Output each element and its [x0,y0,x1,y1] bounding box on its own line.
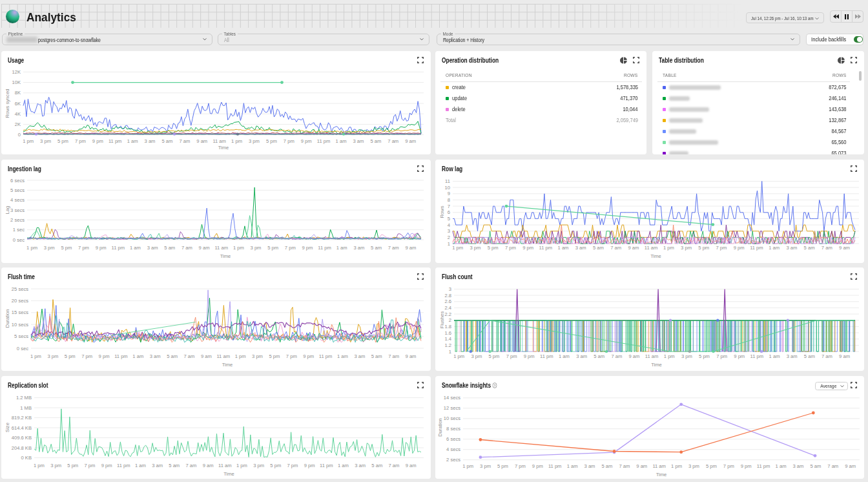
svg-text:5 am: 5 am [601,463,612,469]
svg-text:5 secs: 5 secs [10,187,25,193]
svg-text:409.6 KB: 409.6 KB [12,435,32,441]
svg-text:14 secs: 14 secs [444,395,460,401]
svg-text:8 secs: 8 secs [446,426,460,432]
svg-text:Time: Time [656,472,667,477]
svg-text:9 pm: 9 pm [99,353,110,359]
svg-text:1 am: 1 am [567,463,578,469]
svg-text:11 am: 11 am [645,245,658,251]
svg-text:5 am: 5 am [169,463,180,468]
svg-text:11 pm: 11 pm [319,353,333,359]
svg-text:3 am: 3 am [787,353,798,359]
svg-text:3 am: 3 am [576,353,587,359]
svg-text:7 am: 7 am [389,463,400,468]
svg-text:9 pm: 9 pm [734,245,745,251]
svg-text:7 pm: 7 pm [287,463,298,468]
svg-text:7 pm: 7 pm [723,463,734,469]
svg-text:7 pm: 7 pm [286,353,297,359]
svg-text:9 am: 9 am [839,353,850,359]
svg-text:3 pm: 3 pm [681,353,692,359]
svg-text:1 am: 1 am [336,138,347,144]
svg-text:Lag: Lag [5,206,10,215]
svg-text:3 pm: 3 pm [50,463,61,468]
svg-text:5 pm: 5 pm [267,245,278,251]
svg-text:7 am: 7 am [822,245,832,251]
svg-text:204.8 KB: 204.8 KB [12,445,32,450]
svg-text:9 pm: 9 pm [101,463,112,468]
svg-text:11 pm: 11 pm [750,245,763,251]
svg-text:9 am: 9 am [845,463,856,469]
svg-text:6 secs: 6 secs [446,436,460,442]
svg-text:Rows: Rows [439,205,445,218]
svg-text:3 am: 3 am [152,463,163,468]
svg-text:5 pm: 5 pm [67,463,78,468]
svg-text:3 am: 3 am [355,463,366,468]
svg-text:1 sec: 1 sec [13,227,25,233]
svg-text:9 am: 9 am [199,245,210,251]
svg-text:5 am: 5 am [161,138,172,144]
svg-text:9 pm: 9 pm [304,463,315,468]
svg-text:1 pm: 1 pm [235,353,246,359]
svg-text:9 pm: 9 pm [303,353,314,359]
svg-text:1: 1 [449,349,451,355]
svg-text:1 am: 1 am [769,353,780,359]
svg-text:5 am: 5 am [371,245,382,251]
svg-text:7 am: 7 am [611,353,622,359]
svg-text:0 sec: 0 sec [13,237,25,243]
svg-text:Size: Size [5,423,10,432]
svg-text:5 am: 5 am [804,245,815,251]
svg-text:3 pm: 3 pm [471,353,482,359]
svg-text:3 pm: 3 pm [480,463,491,469]
svg-text:11 pm: 11 pm [750,353,764,359]
svg-text:5 pm: 5 pm [699,353,710,359]
svg-text:5 pm: 5 pm [706,463,717,469]
svg-text:3 pm: 3 pm [44,245,55,251]
svg-text:0 sec: 0 sec [17,346,28,351]
svg-text:7 am: 7 am [388,138,398,144]
svg-text:7 pm: 7 pm [505,245,516,251]
svg-text:5 am: 5 am [371,353,382,359]
svg-text:614.4 KB: 614.4 KB [12,424,32,430]
svg-text:5 pm: 5 pm [269,353,280,359]
svg-text:8: 8 [448,197,450,203]
svg-text:5 pm: 5 pm [698,245,709,251]
svg-text:1 pm: 1 pm [236,463,247,468]
svg-text:1 am: 1 am [135,463,146,468]
svg-text:3 pm: 3 pm [688,463,699,469]
svg-text:3 pm: 3 pm [47,353,58,359]
svg-text:7 am: 7 am [179,138,190,144]
svg-text:6: 6 [448,209,450,215]
svg-text:0 KB: 0 KB [21,455,32,461]
svg-text:Duration: Duration [437,418,443,437]
svg-text:3 pm: 3 pm [253,463,264,468]
svg-text:3 am: 3 am [147,245,158,251]
svg-text:11 pm: 11 pm [757,463,770,469]
svg-text:5 am: 5 am [371,463,382,468]
svg-text:9 am: 9 am [196,138,207,144]
svg-text:1 pm: 1 pm [671,463,682,469]
svg-text:9 am: 9 am [405,245,416,251]
svg-text:1 am: 1 am [130,245,141,251]
svg-text:7 pm: 7 pm [84,463,95,468]
svg-text:Time: Time [223,471,234,477]
svg-text:7 am: 7 am [827,463,838,469]
svg-text:3 am: 3 am [354,353,365,359]
svg-text:1 am: 1 am [776,463,787,469]
svg-text:3 pm: 3 pm [681,245,692,251]
svg-text:1 pm: 1 pm [233,245,244,251]
svg-text:9 pm: 9 pm [302,245,313,251]
svg-text:9 am: 9 am [839,245,850,251]
svg-text:3 am: 3 am [575,245,586,251]
svg-text:3 pm: 3 pm [40,138,51,144]
svg-text:3 pm: 3 pm [249,138,260,144]
svg-text:9 am: 9 am [203,463,214,468]
svg-text:1 pm: 1 pm [26,245,37,251]
svg-text:5 am: 5 am [164,245,175,251]
svg-text:0: 0 [18,132,21,138]
svg-text:4 secs: 4 secs [446,446,460,452]
svg-text:7 pm: 7 pm [284,138,294,144]
svg-text:9 am: 9 am [405,138,416,144]
svg-text:1 am: 1 am [132,353,143,359]
svg-text:7 pm: 7 pm [506,353,517,359]
svg-text:5 am: 5 am [370,138,381,144]
svg-text:7 pm: 7 pm [78,245,89,251]
